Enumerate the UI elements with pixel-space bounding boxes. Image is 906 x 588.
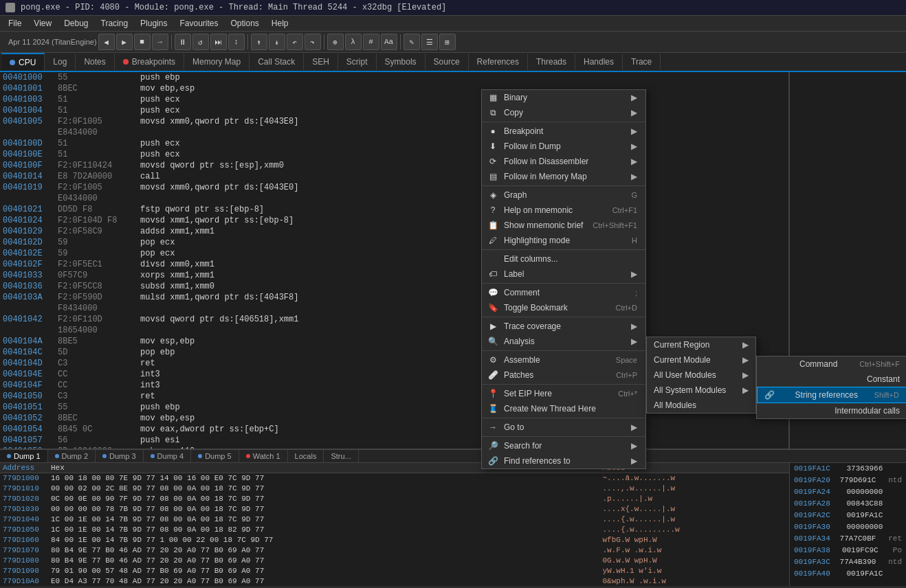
toolbar-btn-13[interactable]: λ [345,34,362,50]
disasm-row[interactable]: 0040100351push ecx [0,94,788,105]
disasm-row[interactable]: 0040103AF2:0F590D F8434000mulsd xmm1,qwo… [0,292,788,314]
disasm-row[interactable]: 004010330F57C9xorps xmm1,xmm1 [0,270,788,281]
bottom-tab-dump-4[interactable]: Dump 4 [144,450,192,462]
submenu-refs-item-constant[interactable]: Constant [757,372,906,387]
menu-item-debug[interactable]: Debug [58,17,93,30]
toolbar-btn-8[interactable]: ↟ [251,34,267,50]
ctx-item-set-eip-here[interactable]: 📍Set EIP HereCtrl+* [482,386,645,401]
toolbar-btn-16[interactable]: ✎ [404,34,420,50]
submenu-refs-item-string-references[interactable]: 🔗String referencesShift+D [757,387,906,403]
disasm-row[interactable]: 00401029F2:0F58C9addsd xmm1,xmm1 [0,226,788,237]
ctx-item-highlighting-mode[interactable]: 🖊Highlighting modeH [482,233,645,248]
disasm-row[interactable]: 0040100E51push ecx [0,149,788,160]
disasm-row[interactable]: 004010018BECmov ebp,esp [0,83,788,94]
tab-trace[interactable]: Trace [623,54,661,70]
tab-bar[interactable]: CPULogNotesBreakpointsMemory MapCall Sta… [0,53,906,72]
submenu-search-item-current-module[interactable]: Current Module▶ [647,352,755,368]
bottom-tab-locals[interactable]: Locals [288,450,324,462]
menu-item-file[interactable]: File [3,17,27,30]
bottom-tab-watch-1[interactable]: Watch 1 [239,450,288,462]
ctx-item-toggle-bookmark[interactable]: 🔖Toggle BookmarkCtrl+D [482,300,645,315]
tab-breakpoints[interactable]: Breakpoints [115,54,184,70]
submenu-refs-item-command[interactable]: CommandCtrl+Shift+F [757,357,906,372]
dump-row[interactable]: 779D108080 B4 9E 77 B0 46 AD 77 20 20 A0… [0,556,789,566]
submenu-search[interactable]: Current Region▶Current Module▶All User M… [646,337,756,414]
disasm-row[interactable]: 00401014E8 7D2A0000call [0,171,788,182]
disasm-row[interactable]: 004010582D 10010000sub eax,110 [0,446,788,449]
toolbar-btn-17[interactable]: ☰ [421,34,438,50]
ctx-item-help-on-mnemonic[interactable]: ?Help on mnemonicCtrl+F1 [482,203,645,218]
toolbar-btn-12[interactable]: ⊕ [327,34,344,50]
dump-row[interactable]: 779D10A0E0 D4 A3 77 70 48 AD 77 20 20 A0… [0,576,789,586]
tab-notes[interactable]: Notes [76,54,114,70]
tab-references[interactable]: References [469,54,528,70]
ctx-item-copy[interactable]: ⧉Copy▶ [482,105,645,120]
disasm-row[interactable]: 0040100D51push ecx [0,138,788,149]
ctx-item-follow-in-dump[interactable]: ⬇Follow in Dump▶ [482,139,645,154]
dump-row[interactable]: 779D101000 00 02 00 2C 8E 9D 77 08 00 0A… [0,484,789,494]
dump-row[interactable]: 779D109079 01 90 00 57 48 AD 77 B0 69 A0… [0,566,789,576]
disasm-row[interactable]: 00401024F2:0F104D F8movsd xmm1,qword ptr… [0,215,788,226]
menu-item-view[interactable]: View [28,17,57,30]
submenu-search-item-all-system-modules[interactable]: All System Modules▶ [647,383,755,398]
submenu-search-item-all-user-modules[interactable]: All User Modules▶ [647,368,755,383]
menu-item-tracing[interactable]: Tracing [96,17,134,30]
toolbar-btn-3[interactable]: → [152,34,168,50]
disasm-row[interactable]: 004010548B45 0Cmov eax,dword ptr ss:[ebp… [0,424,788,435]
toolbar-btn-15[interactable]: Aa [381,34,397,50]
disasm-row[interactable]: 0040102D59pop ecx [0,237,788,248]
tab-seh[interactable]: SEH [304,54,338,70]
ctx-item-search-for[interactable]: 🔎Search for▶ [482,438,645,453]
disasm-row[interactable]: 0040100451push ecx [0,105,788,116]
menu-item-plugins[interactable]: Plugins [135,17,173,30]
submenu-search-item-all-modules[interactable]: All Modules [647,398,755,413]
disasm-row[interactable]: 00401005F2:0F1005 E8434000movsd xmm0,qwo… [0,116,788,138]
toolbar-btn-7[interactable]: ↕ [228,34,245,50]
dump-row[interactable]: 779D100016 00 18 00 80 7E 9D 77 14 00 16… [0,473,789,484]
tab-source[interactable]: Source [426,54,469,70]
dump-row[interactable]: 779D10501C 00 1E 00 14 7B 9D 77 08 00 0A… [0,525,789,535]
tab-log[interactable]: Log [45,54,76,70]
dump-row[interactable]: 779D10401C 00 1E 00 14 7B 9D 77 08 00 0A… [0,514,789,525]
dump-row[interactable]: 779D10200C 00 0E 00 90 7F 9D 77 08 00 0A… [0,494,789,504]
ctx-item-find-references-to[interactable]: 🔗Find references to▶ [482,453,645,468]
tab-cpu[interactable]: CPU [1,53,45,71]
disasm-row[interactable]: 004010528BECmov ebp,esp [0,413,788,424]
ctx-item-edit-columns...[interactable]: Edit columns... [482,251,645,267]
disasm-row[interactable]: 0040100055push ebp [0,72,788,83]
dump-row[interactable]: 779D106084 00 1E 00 14 7B 9D 77 1 00 00 … [0,535,789,545]
toolbar-btn-6[interactable]: ⏭ [210,34,227,50]
ctx-item-patches[interactable]: 🩹PatchesCtrl+P [482,368,645,383]
ctx-item-create-new-thread-here[interactable]: 🧵Create New Thread Here [482,401,645,416]
toolbar-btn-10[interactable]: ↶ [287,34,303,50]
bottom-tab-stru...[interactable]: Stru... [324,450,358,462]
ctx-item-label[interactable]: 🏷Label▶ [482,267,645,282]
disasm-row[interactable]: 0040102FF2:0F5EC1divsd xmm0,xmm1 [0,259,788,270]
ctx-item-binary[interactable]: ▦Binary▶ [482,90,645,105]
disasm-row[interactable]: 00401042F2:0F110D 18654000movsd qword pt… [0,314,788,336]
toolbar-btn-0[interactable]: ◀ [98,34,115,50]
bottom-tab-dump-1[interactable]: Dump 1 [0,450,48,462]
bottom-tab-bar[interactable]: Dump 1Dump 2Dump 3Dump 4Dump 5Watch 1Loc… [0,450,906,463]
menu-item-help[interactable]: Help [266,17,294,30]
dump-row[interactable]: 779D107080 B4 9E 77 B0 46 AD 77 20 20 A0… [0,545,789,556]
toolbar-btn-5[interactable]: ↺ [192,34,209,50]
tab-script[interactable]: Script [338,54,377,70]
submenu-refs-item-intermodular-calls[interactable]: Intermodular calls [757,403,906,418]
toolbar-btn-11[interactable]: ↷ [305,34,321,50]
context-menu[interactable]: ▦Binary▶⧉Copy▶●Breakpoint▶⬇Follow in Dum… [481,89,646,469]
toolbar-btn-1[interactable]: ▶ [116,34,133,50]
submenu-search-item-current-region[interactable]: Current Region▶ [647,337,755,352]
toolbar-btn-4[interactable]: ⏸ [175,34,191,50]
dump-row[interactable]: 779D103000 00 00 00 78 7B 9D 77 08 00 0A… [0,504,789,514]
disasm-row[interactable]: 00401021DD5D F8fstp qword ptr ss:[ebp-8] [0,204,788,215]
submenu-refs[interactable]: CommandCtrl+Shift+FConstant🔗String refer… [756,356,906,419]
toolbar-btn-9[interactable]: ↡ [269,34,285,50]
tab-memory-map[interactable]: Memory Map [184,54,250,70]
toolbar-btn-2[interactable]: ■ [134,34,151,50]
disasm-row[interactable]: 00401036F2:0F5CC8subsd xmm1,xmm0 [0,281,788,292]
bottom-tab-dump-5[interactable]: Dump 5 [191,450,239,462]
tab-handles[interactable]: Handles [575,54,623,70]
disasm-row[interactable]: 0040100FF2:0F110424movsd qword ptr ss:[e… [0,160,788,171]
menu-item-favourites[interactable]: Favourites [174,17,223,30]
